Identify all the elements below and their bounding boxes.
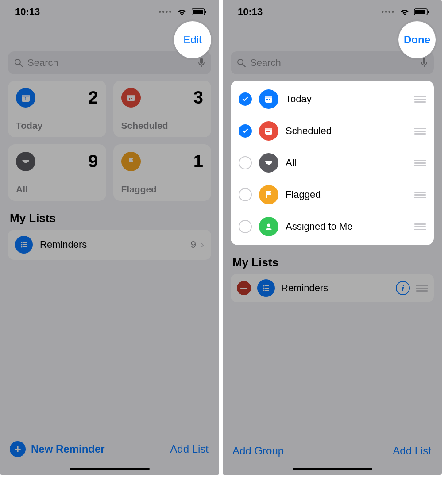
list-reminders-name: Reminders bbox=[40, 239, 87, 250]
edit-button-highlight[interactable]: Edit bbox=[174, 21, 211, 58]
search-placeholder: Search bbox=[250, 57, 281, 69]
add-list-button[interactable]: Add List bbox=[393, 445, 431, 457]
person-icon bbox=[259, 217, 278, 236]
add-group-button[interactable]: Add Group bbox=[232, 445, 284, 457]
bottom-bar: + New Reminder Add List bbox=[0, 437, 219, 465]
svg-rect-20 bbox=[23, 246, 27, 247]
card-scheduled-label: Scheduled bbox=[121, 120, 204, 131]
smart-list-grid: 1 2 Today 3 Scheduled 9 All bbox=[0, 81, 219, 201]
list-reminders-name: Reminders bbox=[281, 282, 328, 294]
mic-icon[interactable] bbox=[198, 58, 205, 68]
edit-label-flagged: Flagged bbox=[286, 189, 321, 200]
card-scheduled-count: 3 bbox=[193, 88, 203, 108]
edit-row-assigned[interactable]: Assigned to Me bbox=[231, 211, 434, 242]
status-bar: 10:13 •••• bbox=[223, 0, 442, 19]
svg-rect-30 bbox=[266, 99, 268, 100]
svg-line-25 bbox=[243, 64, 245, 67]
edit-row-scheduled[interactable]: Scheduled bbox=[231, 115, 434, 147]
chevron-right-icon: › bbox=[201, 238, 204, 251]
status-indicators: •••• bbox=[159, 8, 207, 16]
checkbox-all[interactable] bbox=[239, 156, 252, 169]
svg-point-19 bbox=[21, 246, 22, 247]
edit-row-all[interactable]: All bbox=[231, 147, 434, 179]
cellular-icon: •••• bbox=[159, 8, 172, 16]
svg-rect-41 bbox=[265, 288, 269, 289]
add-list-button[interactable]: Add List bbox=[170, 443, 209, 455]
new-reminder-label: New Reminder bbox=[31, 443, 105, 455]
info-icon[interactable]: i bbox=[396, 281, 410, 295]
plus-circle-icon: + bbox=[10, 441, 26, 457]
svg-rect-13 bbox=[131, 98, 132, 99]
checkbox-assigned[interactable] bbox=[239, 220, 252, 233]
card-today[interactable]: 1 2 Today bbox=[8, 81, 106, 137]
edit-label-scheduled: Scheduled bbox=[286, 125, 332, 137]
list-reminders-edit[interactable]: Reminders i bbox=[231, 274, 434, 302]
svg-point-36 bbox=[267, 224, 270, 227]
card-flagged[interactable]: 1 Flagged bbox=[113, 144, 212, 201]
svg-rect-26 bbox=[423, 58, 425, 64]
svg-point-15 bbox=[21, 242, 22, 243]
list-bullet-icon bbox=[15, 236, 33, 254]
calendar-scheduled-icon bbox=[121, 88, 141, 108]
svg-rect-14 bbox=[129, 99, 130, 100]
my-lists-heading: My Lists bbox=[223, 245, 442, 274]
svg-rect-16 bbox=[23, 242, 27, 243]
bottom-bar: Add Group Add List bbox=[223, 440, 442, 465]
edit-row-flagged[interactable]: Flagged bbox=[231, 179, 434, 211]
flag-icon bbox=[121, 152, 141, 171]
svg-point-3 bbox=[15, 59, 20, 65]
cellular-icon: •••• bbox=[382, 8, 395, 16]
svg-rect-43 bbox=[265, 290, 269, 291]
svg-point-42 bbox=[263, 289, 264, 291]
drag-handle-icon[interactable] bbox=[414, 128, 426, 135]
drag-handle-icon[interactable] bbox=[416, 285, 428, 292]
done-button-highlight[interactable]: Done bbox=[398, 21, 436, 58]
search-input[interactable]: Search bbox=[8, 51, 211, 74]
card-flagged-count: 1 bbox=[193, 151, 203, 171]
drag-handle-icon[interactable] bbox=[414, 96, 426, 103]
status-time: 10:13 bbox=[238, 6, 263, 18]
list-reminders[interactable]: Reminders 9 › bbox=[8, 230, 211, 260]
new-reminder-button[interactable]: + New Reminder bbox=[10, 441, 105, 457]
status-bar: 10:13 •••• bbox=[0, 0, 219, 19]
checkbox-flagged[interactable] bbox=[239, 188, 252, 201]
drag-handle-icon[interactable] bbox=[414, 160, 426, 166]
mic-icon[interactable] bbox=[421, 58, 428, 68]
done-button-label: Done bbox=[404, 34, 430, 46]
edit-label-all: All bbox=[286, 157, 296, 169]
home-indicator[interactable] bbox=[293, 468, 372, 470]
battery-icon bbox=[414, 8, 429, 15]
svg-rect-37 bbox=[240, 288, 247, 289]
search-input[interactable]: Search bbox=[231, 51, 434, 74]
list-reminders-count: 9 bbox=[191, 239, 196, 250]
search-icon bbox=[237, 58, 246, 67]
edit-row-today[interactable]: Today bbox=[231, 83, 434, 115]
edit-button-label: Edit bbox=[183, 34, 201, 46]
phone-right: 10:13 •••• Done Search bbox=[223, 0, 442, 475]
delete-icon[interactable] bbox=[237, 281, 251, 295]
card-today-label: Today bbox=[16, 120, 98, 131]
edit-label-today: Today bbox=[286, 93, 312, 105]
drag-handle-icon[interactable] bbox=[414, 223, 426, 230]
checkbox-scheduled[interactable] bbox=[239, 124, 252, 138]
svg-rect-29 bbox=[265, 96, 272, 98]
calendar-scheduled-icon bbox=[259, 121, 278, 141]
calendar-today-icon: 1 bbox=[16, 88, 35, 108]
search-icon bbox=[14, 58, 23, 67]
flag-icon bbox=[259, 185, 278, 204]
svg-point-40 bbox=[263, 287, 264, 289]
svg-text:1: 1 bbox=[24, 96, 27, 101]
inbox-icon bbox=[16, 152, 35, 171]
home-indicator[interactable] bbox=[70, 468, 150, 470]
card-scheduled[interactable]: 3 Scheduled bbox=[113, 81, 212, 137]
card-all-count: 9 bbox=[88, 151, 98, 171]
svg-rect-11 bbox=[127, 95, 135, 96]
search-placeholder: Search bbox=[27, 57, 58, 69]
drag-handle-icon[interactable] bbox=[414, 192, 426, 198]
card-all[interactable]: 9 All bbox=[8, 144, 106, 201]
card-all-label: All bbox=[16, 184, 98, 195]
svg-point-17 bbox=[21, 244, 22, 245]
card-today-count: 2 bbox=[88, 88, 98, 108]
checkbox-today[interactable] bbox=[239, 92, 252, 106]
svg-rect-5 bbox=[200, 58, 203, 64]
